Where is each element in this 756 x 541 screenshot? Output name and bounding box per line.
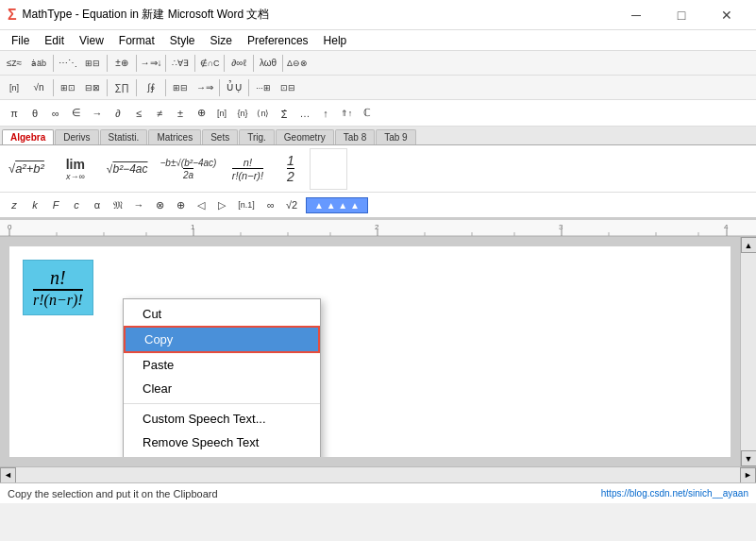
sym-sqrt2[interactable]: √2 — [281, 194, 302, 215]
tb-sum-prod[interactable]: ∑∏ — [110, 77, 133, 98]
minimize-button[interactable]: ─ — [614, 0, 658, 30]
scroll-track-h[interactable] — [16, 467, 740, 482]
tmpl-sqrt-discriminant[interactable]: √b²−4ac — [102, 148, 153, 190]
tab-algebra[interactable]: Algebra — [2, 129, 54, 144]
tb-cdots[interactable]: ⋯⋱ — [57, 53, 79, 74]
scroll-down-button[interactable]: ▼ — [741, 450, 757, 466]
ctx-copy[interactable]: Copy — [124, 326, 320, 353]
sym-tri-right[interactable]: ▷ — [211, 194, 232, 215]
tab-9[interactable]: Tab 9 — [376, 129, 415, 144]
tb-therefore-forall[interactable]: ∴∀∃ — [169, 53, 192, 74]
tab-sets[interactable]: Sets — [202, 129, 238, 144]
ctx-remove-speech[interactable]: Remove Speech Text — [124, 431, 320, 454]
tab-8[interactable]: Tab 8 — [335, 129, 375, 144]
tmpl-quadratic[interactable]: −b±√(b²−4ac) 2a — [155, 148, 221, 190]
sym-rarrow[interactable]: → — [87, 103, 108, 124]
tb-lambda-omega[interactable]: λωθ — [257, 53, 279, 74]
title-controls: ─ □ ✕ — [614, 0, 748, 30]
maximize-button[interactable]: □ — [660, 0, 703, 30]
scroll-up-button[interactable]: ▲ — [741, 237, 757, 253]
editor-canvas[interactable]: n! r!(n−r)! Cut Copy Paste Clear Custom … — [9, 246, 731, 457]
menu-size[interactable]: Size — [203, 30, 240, 51]
tb-dots-ab[interactable]: ȧäb — [27, 53, 50, 74]
sym-otimes[interactable]: ⊗ — [149, 194, 170, 215]
sym-oplus[interactable]: ⊕ — [191, 103, 211, 124]
sym-infty2[interactable]: ∞ — [260, 194, 281, 215]
sym-complex[interactable]: ℂ — [357, 103, 378, 124]
tb-arrow2[interactable]: →⇒ — [193, 77, 216, 98]
sym-bracket-n[interactable]: [n] — [211, 103, 232, 124]
tb-sqrt-n[interactable]: √n — [27, 77, 50, 98]
ctx-cut[interactable]: Cut — [124, 302, 320, 326]
scroll-right-button[interactable]: ► — [740, 467, 756, 483]
sym-partial[interactable]: ∂ — [108, 103, 128, 124]
sym-in[interactable]: ∈ — [66, 103, 87, 124]
close-button[interactable]: ✕ — [705, 0, 748, 30]
sym-infty[interactable]: ∞ — [45, 103, 66, 124]
sym-bracket-n1[interactable]: [n.1] — [232, 194, 260, 215]
menu-edit[interactable]: Edit — [37, 30, 72, 51]
scroll-left-button[interactable]: ◄ — [0, 467, 16, 483]
sym-pm[interactable]: ± — [170, 103, 191, 124]
tb-u-dots[interactable]: Ủ Ụ — [223, 77, 245, 98]
svg-text:1: 1 — [191, 223, 195, 231]
menu-format[interactable]: Format — [111, 30, 162, 51]
sym-k[interactable]: k — [25, 194, 45, 215]
sym-theta[interactable]: θ — [25, 103, 45, 124]
menu-view[interactable]: View — [72, 30, 111, 51]
tb-leq-z-approx[interactable]: ≤z≈ — [3, 53, 25, 74]
tb-delta-ominus[interactable]: Δ⊖⊗ — [286, 53, 309, 74]
ctx-clear[interactable]: Clear — [124, 377, 320, 400]
equation-box[interactable]: n! r!(n−r)! — [23, 260, 93, 315]
sep10 — [107, 79, 108, 96]
tab-statisti[interactable]: Statisti. — [100, 129, 148, 144]
sym-F[interactable]: F — [45, 194, 66, 215]
tb-notin-cap[interactable]: ∉∩C — [198, 53, 221, 74]
sym-fraktur-m[interactable]: 𝔐 — [108, 194, 128, 215]
selected-indicator: ▲ ▲ ▲ ▲ — [306, 197, 368, 213]
sym-tri-left[interactable]: ◁ — [191, 194, 211, 215]
menu-help[interactable]: Help — [316, 30, 355, 51]
tb-frac[interactable]: ⊞⊟ — [81, 53, 104, 74]
tab-derivs[interactable]: Derivs — [55, 129, 98, 144]
sym-alpha[interactable]: α — [87, 194, 108, 215]
sym-ellipsis[interactable]: … — [294, 103, 315, 124]
tmpl-combination[interactable]: n! r!(n−r)! — [224, 148, 271, 190]
sym-angle-n[interactable]: ⟨n⟩ — [253, 103, 274, 124]
tmpl-empty[interactable] — [310, 148, 347, 190]
sym-oplus2[interactable]: ⊕ — [170, 194, 191, 215]
tb-sqbracket[interactable]: ⊞⊟ — [169, 77, 192, 98]
tb-arrow-right[interactable]: →⇒↓ — [140, 53, 162, 74]
sym-z[interactable]: z — [4, 194, 25, 215]
sym-uparrow[interactable]: ↑ — [315, 103, 336, 124]
tb-plusminus-oplus[interactable]: ±⊕ — [110, 53, 133, 74]
sym-c[interactable]: c — [66, 194, 87, 215]
sym-leq[interactable]: ≤ — [128, 103, 149, 124]
menu-style[interactable]: Style — [162, 30, 203, 51]
sym-brace-n[interactable]: {n} — [232, 103, 253, 124]
sym-arrow[interactable]: → — [128, 194, 149, 215]
menu-preferences[interactable]: Preferences — [240, 30, 316, 51]
tmpl-sqrt-sum[interactable]: √a²+b² — [4, 148, 49, 190]
scroll-track-v[interactable] — [741, 253, 756, 450]
tb-bracket-n[interactable]: [n] — [3, 77, 25, 98]
sym-pi[interactable]: π — [4, 103, 25, 124]
tb-matrix[interactable]: ⊞⊡ — [57, 77, 79, 98]
tab-matrices[interactable]: Matrices — [148, 129, 201, 144]
tab-trig[interactable]: Trig. — [239, 129, 275, 144]
sym-double-uparrow[interactable]: ⇑↑ — [336, 103, 357, 124]
sym-sum-hat[interactable]: ∑̂ — [274, 103, 294, 124]
tb-box2[interactable]: ⊡⊟ — [277, 77, 299, 98]
tb-dots-box[interactable]: ···⊞ — [252, 77, 275, 98]
menu-file[interactable]: File — [4, 30, 37, 51]
tmpl-lim[interactable]: lim x→∞ — [52, 148, 99, 190]
ctx-speech-text[interactable]: Custom Speech Text... — [124, 407, 320, 431]
tb-matrix2[interactable]: ⊟⊠ — [81, 77, 104, 98]
tab-geometry[interactable]: Geometry — [276, 129, 334, 144]
tmpl-half[interactable]: 1 2 — [274, 148, 307, 190]
ctx-paste[interactable]: Paste — [124, 353, 320, 377]
sym-neq[interactable]: ≠ — [149, 103, 170, 124]
tb-integral[interactable]: ∫∮ — [140, 77, 162, 98]
tb-partial-infty[interactable]: ∂∞ℓ — [227, 53, 250, 74]
ctx-sep1 — [124, 403, 320, 404]
